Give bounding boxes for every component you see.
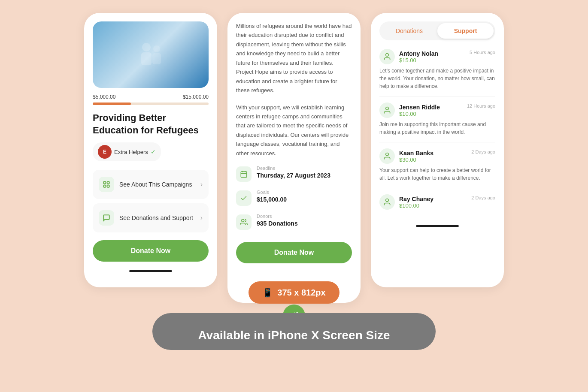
- campaign-title: Providing Better Education for Refugees: [93, 112, 209, 136]
- donation-time-3: 2 Days ago: [471, 149, 495, 154]
- donor-left-1: Antony Nolan $15.00: [379, 49, 438, 64]
- svg-rect-6: [103, 185, 106, 187]
- progress-goal: $15,000.00: [183, 94, 209, 100]
- donation-message-1: Let's come together and make a positive …: [379, 67, 495, 90]
- donor-left-2: Jensen Riddle $10.00: [379, 103, 440, 118]
- goals-stat: Goals $15,000.00: [236, 190, 352, 206]
- donor-header-4: Ray Chaney $100.00 2 Days ago: [379, 194, 495, 210]
- donor-header-3: Kaan Banks $30.00 2 Days ago: [379, 148, 495, 164]
- svg-rect-4: [103, 181, 106, 184]
- donate-button-1[interactable]: Donate Now: [93, 240, 209, 262]
- available-pill-inner: Available in iPhone X Screen Size: [178, 323, 410, 342]
- info-icon: [99, 177, 114, 192]
- home-indicator-1: [129, 270, 172, 272]
- tab-bar: Donations Support: [379, 21, 495, 40]
- organizer-badge: E Extra Helpers ✓: [93, 142, 161, 161]
- donor-info-1: Antony Nolan $15.00: [399, 50, 438, 63]
- donor-name-4: Ray Chaney: [399, 196, 433, 202]
- size-badge-wrap: 📱 375 x 812px: [236, 272, 352, 294]
- donations-support-label: See Donations and Support: [119, 214, 193, 221]
- donor-item-4: Ray Chaney $100.00 2 Days ago: [379, 194, 495, 218]
- donor-avatar-1: [379, 49, 395, 64]
- donor-amount-4: $100.00: [399, 202, 433, 209]
- donor-name-1: Antony Nolan: [399, 50, 438, 57]
- donation-time-2: 12 Hours ago: [467, 103, 495, 109]
- menu-item-left: See About This Campaigns: [99, 177, 192, 192]
- progress-section: $5,000.00 $15,000.00: [93, 94, 209, 100]
- donor-left-4: Ray Chaney $100.00: [379, 194, 433, 210]
- svg-point-0: [142, 43, 151, 51]
- svg-point-15: [386, 153, 389, 156]
- donor-avatar-4: [379, 194, 395, 210]
- about-campaigns-item[interactable]: See About This Campaigns ›: [93, 170, 209, 199]
- donors-content: Donors 935 Donations: [257, 214, 352, 227]
- phone-card-3: Donations Support Antony Nolan $15.00: [371, 13, 504, 287]
- svg-rect-1: [141, 52, 152, 65]
- donation-time-1: 5 Hours ago: [470, 50, 495, 55]
- tab-support[interactable]: Support: [437, 23, 494, 39]
- svg-point-13: [386, 54, 389, 57]
- stats-list: Deadline Thursday, 27 August 2023 Goals …: [236, 166, 352, 230]
- donor-amount-1: $15.00: [399, 57, 438, 63]
- donation-message-3: Your support can help to create a better…: [379, 166, 495, 182]
- organizer-avatar: E: [98, 145, 112, 159]
- donors-icon: [236, 214, 252, 230]
- donor-item-1: Antony Nolan $15.00 5 Hours ago Let's co…: [379, 49, 495, 96]
- svg-point-16: [386, 199, 389, 202]
- available-text: Available in iPhone X Screen Size: [198, 329, 390, 342]
- deadline-content: Deadline Thursday, 27 August 2023: [257, 166, 352, 179]
- home-indicator-3: [416, 225, 459, 227]
- phone-card-1: $5,000.00 $15,000.00 Providing Better Ed…: [84, 13, 217, 287]
- goals-content: Goals $15,000.00: [257, 190, 352, 203]
- description-1: Millions of refugees around the world ha…: [236, 21, 352, 95]
- tab-donations[interactable]: Donations: [381, 23, 437, 39]
- donation-time-4: 2 Days ago: [471, 195, 495, 200]
- donor-header-1: Antony Nolan $15.00 5 Hours ago: [379, 49, 495, 64]
- donor-item-3: Kaan Banks $30.00 2 Days ago Your suppor…: [379, 148, 495, 188]
- phone-card-2: Millions of refugees around the world ha…: [227, 13, 361, 303]
- donor-avatar-2: [379, 103, 395, 118]
- donor-avatar-3: [379, 148, 395, 164]
- available-section: Available in iPhone X Screen Size: [152, 313, 436, 350]
- progress-bar: [93, 103, 209, 105]
- donors-value: 935 Donations: [257, 220, 352, 227]
- verified-icon: ✓: [151, 148, 156, 155]
- donations-support-item[interactable]: See Donations and Support ›: [93, 203, 209, 232]
- donate-button-2[interactable]: Donate Now: [236, 242, 352, 263]
- campaign-image: [93, 21, 209, 88]
- organizer-row: E Extra Helpers ✓: [93, 142, 209, 161]
- donor-name-2: Jensen Riddle: [399, 104, 440, 111]
- progress-current: $5,000.00: [93, 94, 115, 100]
- size-badge-text: 375 x 812px: [277, 288, 325, 298]
- svg-rect-5: [107, 181, 109, 184]
- donor-info-2: Jensen Riddle $10.00: [399, 104, 440, 117]
- bottom-section: Available in iPhone X Screen Size: [9, 313, 579, 350]
- phones-row: $5,000.00 $15,000.00 Providing Better Ed…: [9, 9, 579, 303]
- donor-header-2: Jensen Riddle $10.00 12 Hours ago: [379, 103, 495, 118]
- donation-message-2: Join me in supporting this important cau…: [379, 121, 495, 136]
- donor-info-4: Ray Chaney $100.00: [399, 196, 433, 209]
- svg-point-14: [386, 107, 389, 110]
- organizer-name: Extra Helpers: [114, 149, 148, 155]
- chevron-right-icon-2: ›: [200, 214, 203, 222]
- donor-left-3: Kaan Banks $30.00: [379, 148, 433, 164]
- goals-value: $15,000.00: [257, 196, 352, 203]
- svg-rect-3: [152, 53, 161, 64]
- size-badge: 📱 375 x 812px: [249, 281, 339, 304]
- deadline-stat: Deadline Thursday, 27 August 2023: [236, 166, 352, 182]
- svg-point-2: [153, 45, 160, 52]
- donor-info-3: Kaan Banks $30.00: [399, 150, 433, 163]
- chat-icon: [99, 210, 114, 226]
- about-campaigns-label: See About This Campaigns: [119, 181, 192, 188]
- donor-name-3: Kaan Banks: [399, 150, 433, 157]
- progress-bar-fill: [93, 103, 131, 105]
- phone-icon: 📱: [262, 287, 273, 298]
- available-pill: Available in iPhone X Screen Size: [152, 313, 436, 350]
- donor-item-2: Jensen Riddle $10.00 12 Hours ago Join m…: [379, 103, 495, 142]
- deadline-value: Thursday, 27 August 2023: [257, 172, 352, 179]
- goals-label: Goals: [257, 190, 352, 195]
- menu-item-left-2: See Donations and Support: [99, 210, 193, 226]
- calendar-icon: [236, 166, 252, 182]
- donor-amount-3: $30.00: [399, 157, 433, 163]
- svg-rect-8: [241, 172, 247, 178]
